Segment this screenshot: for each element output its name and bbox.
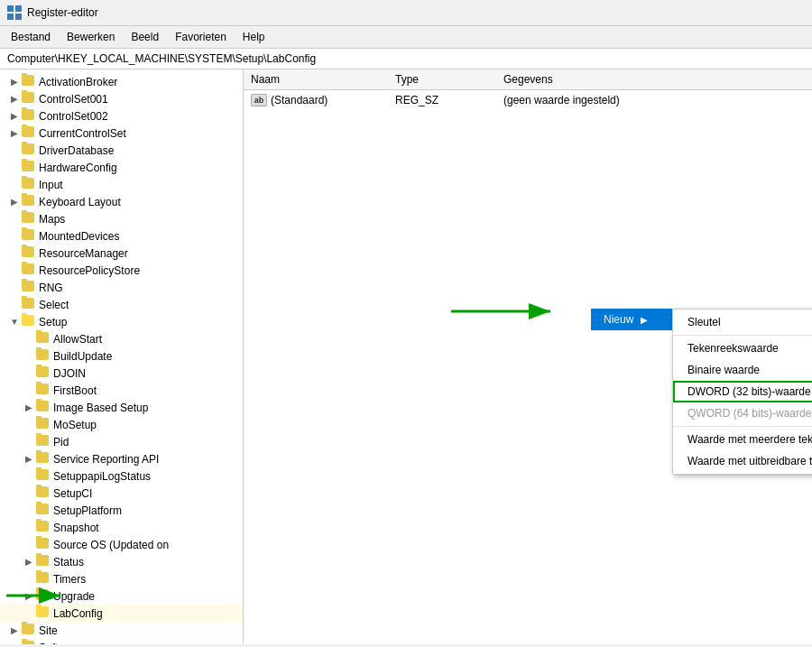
tree-item-select[interactable]: Select <box>0 296 243 313</box>
nieuw-label: Nieuw <box>604 313 633 326</box>
tree-label: Upgrade <box>53 590 95 603</box>
expand-icon <box>7 265 22 275</box>
expand-icon: ▶ <box>7 94 22 104</box>
context-menu-overlay: Nieuw ▶ Sleutel Tekenreekswaarde Binaire… <box>591 309 812 475</box>
tree-item-status[interactable]: ▶ Status <box>0 553 243 570</box>
expand-icon: ▶ <box>22 402 36 412</box>
tree-item-setupapilogstatus[interactable]: SetuppapiLogStatus <box>0 467 243 485</box>
tree-item-resourcemanager[interactable]: ResourceManager <box>0 245 243 262</box>
menu-favorieten[interactable]: Favorieten <box>168 28 234 46</box>
menu-bar: Bestand Bewerken Beeld Favorieten Help <box>0 26 812 49</box>
tree-item-hardwareconfig[interactable]: HardwareConfig <box>0 159 243 176</box>
tree-panel[interactable]: ▶ ActivationBroker ▶ ControlSet001 ▶ Con… <box>0 69 244 644</box>
expand-icon <box>7 145 22 155</box>
expand-icon <box>7 214 22 224</box>
value-type: REG_SZ <box>395 94 503 106</box>
menu-beeld[interactable]: Beeld <box>124 28 166 46</box>
tree-item-imagebasedsetup[interactable]: ▶ Image Based Setup <box>0 399 243 416</box>
main-content: ▶ ActivationBroker ▶ ControlSet001 ▶ Con… <box>0 69 812 644</box>
menu-dword[interactable]: DWORD (32 bits)-waarde <box>673 381 812 402</box>
folder-icon <box>22 298 36 311</box>
expand-icon <box>22 540 36 550</box>
tree-item-mosetup[interactable]: MoSetup <box>0 416 243 433</box>
tree-item-currentcontrolset[interactable]: ▶ CurrentControlSet <box>0 125 243 142</box>
expand-icon <box>22 334 36 344</box>
menu-separator <box>673 335 812 336</box>
folder-open-icon <box>22 315 36 328</box>
col-type: Type <box>395 73 503 86</box>
tree-label: MoSetup <box>53 419 97 431</box>
value-naam: ab (Standaard) <box>251 94 395 106</box>
tree-item-servicereportingapi[interactable]: ▶ Service Reporting API <box>0 450 243 467</box>
folder-icon <box>36 538 51 551</box>
expand-icon <box>22 368 36 378</box>
folder-icon <box>22 641 36 644</box>
address-bar[interactable]: Computer\HKEY_LOCAL_MACHINE\SYSTEM\Setup… <box>0 49 812 69</box>
tree-label: HardwareConfig <box>39 162 117 174</box>
tree-label: Site <box>39 624 58 637</box>
menu-qword[interactable]: QWORD (64 bits)-waarde <box>673 402 812 424</box>
menu-bestand[interactable]: Bestand <box>4 28 58 46</box>
tree-item-setupplatform[interactable]: SetupPlatform <box>0 502 243 519</box>
tree-item-controlset002[interactable]: ▶ ControlSet002 <box>0 107 243 125</box>
tree-item-rng[interactable]: RNG <box>0 279 243 296</box>
folder-icon <box>36 418 51 431</box>
tree-item-djoin[interactable]: DJOIN <box>0 365 243 382</box>
expand-icon <box>22 385 36 395</box>
expand-icon: ▶ <box>22 557 36 567</box>
menu-help[interactable]: Help <box>235 28 272 46</box>
expand-icon: ▶ <box>22 591 36 601</box>
tree-label: DJOIN <box>53 367 86 380</box>
menu-separator-2 <box>673 426 812 427</box>
nieuw-button[interactable]: Nieuw ▶ <box>591 309 672 330</box>
tree-label: ControlSet001 <box>39 93 108 106</box>
tree-item-pid[interactable]: Pid <box>0 433 243 450</box>
tree-item-software[interactable]: ▶ Software <box>0 639 243 644</box>
tree-item-controlset001[interactable]: ▶ ControlSet001 <box>0 90 243 107</box>
tree-label: Status <box>53 556 84 568</box>
tree-item-resourcepolicystore[interactable]: ResourcePolicyStore <box>0 262 243 279</box>
menu-meerderetekenreeksen[interactable]: Waarde met meerdere tekenreeksen <box>673 429 812 450</box>
menu-bewerken[interactable]: Bewerken <box>60 28 122 46</box>
tree-item-mounteddevices[interactable]: MountedDevices <box>0 227 243 245</box>
tree-item-timers[interactable]: Timers <box>0 570 243 587</box>
tree-item-site[interactable]: ▶ Site <box>0 622 243 639</box>
tree-label: SetupCI <box>53 487 92 500</box>
tree-item-firstboot[interactable]: FirstBoot <box>0 382 243 399</box>
tree-item-keyboardlayout[interactable]: ▶ Keyboard Layout <box>0 193 243 210</box>
menu-binairewaarde[interactable]: Binaire waarde <box>673 359 812 381</box>
folder-icon <box>22 212 36 226</box>
registry-value-row[interactable]: ab (Standaard) REG_SZ (geen waarde inges… <box>244 90 812 110</box>
expand-icon: ▶ <box>7 111 22 121</box>
tree-item-allowstart[interactable]: AllowStart <box>0 330 243 347</box>
folder-icon <box>22 246 36 260</box>
tree-item-maps[interactable]: Maps <box>0 210 243 227</box>
tree-item-snapshot[interactable]: Snapshot <box>0 519 243 536</box>
tree-item-buildupdate[interactable]: BuildUpdate <box>0 347 243 365</box>
expand-icon: ▶ <box>7 128 22 138</box>
title-bar: Register-editor <box>0 0 812 26</box>
tree-item-sourceos[interactable]: Source OS (Updated on <box>0 536 243 553</box>
folder-icon <box>36 572 51 586</box>
menu-tekenreekswaarde[interactable]: Tekenreekswaarde <box>673 337 812 359</box>
tree-item-setup[interactable]: ▼ Setup <box>0 313 243 330</box>
tree-item-setupci[interactable]: SetupCI <box>0 485 243 502</box>
app-title: Register-editor <box>27 6 98 19</box>
tree-label: Service Reporting API <box>53 453 159 466</box>
folder-icon <box>36 349 51 363</box>
tree-item-activationbroker[interactable]: ▶ ActivationBroker <box>0 73 243 90</box>
tree-label: SetuppapiLogStatus <box>53 470 151 483</box>
menu-uitbreidbaretekenreeks[interactable]: Waarde met uitbreidbare tekenreeks <box>673 450 812 472</box>
menu-sleutel[interactable]: Sleutel <box>673 311 812 333</box>
folder-icon <box>22 126 36 140</box>
expand-icon: ▶ <box>7 625 22 635</box>
tree-item-input[interactable]: Input <box>0 176 243 193</box>
tree-item-upgrade[interactable]: ▶ Upgrade <box>0 587 243 605</box>
expand-icon <box>22 574 36 584</box>
folder-icon <box>36 504 51 517</box>
expand-icon <box>22 488 36 498</box>
tree-item-labconfig[interactable]: LabConfig <box>0 605 243 622</box>
tree-item-driverdatabase[interactable]: DriverDatabase <box>0 142 243 159</box>
svg-rect-1 <box>15 5 22 12</box>
tree-label: BuildUpdate <box>53 350 112 363</box>
